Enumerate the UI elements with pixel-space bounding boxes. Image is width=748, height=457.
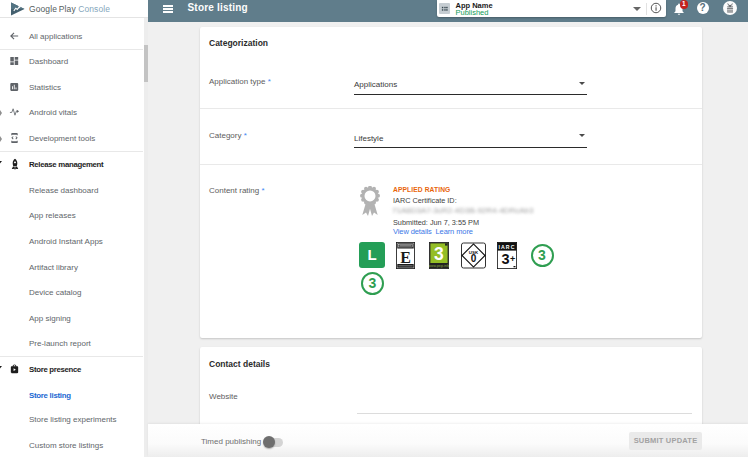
svg-text:0: 0 xyxy=(470,253,476,264)
svg-text:E: E xyxy=(400,248,411,265)
svg-text:www.pegi.info: www.pegi.info xyxy=(429,264,449,268)
svg-text:+: + xyxy=(509,253,514,263)
svg-text:3: 3 xyxy=(501,251,509,267)
svg-text:IARC: IARC xyxy=(498,243,515,249)
svg-text:3: 3 xyxy=(434,244,444,264)
